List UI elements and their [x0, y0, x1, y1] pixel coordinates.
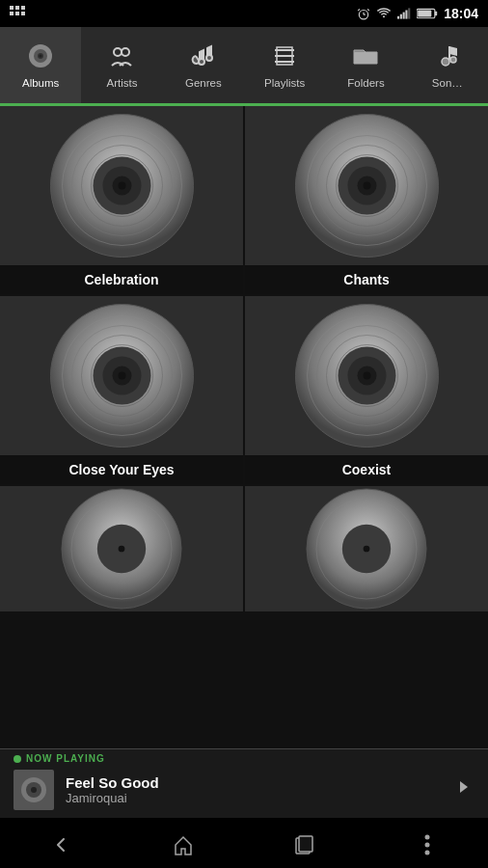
svg-point-75 — [364, 546, 370, 553]
folders-icon — [352, 42, 379, 73]
tab-genres[interactable]: Genres — [163, 27, 244, 103]
svg-rect-1 — [15, 6, 19, 10]
svg-point-71 — [119, 546, 125, 553]
svg-point-67 — [363, 372, 370, 380]
now-playing-info: Feel So Good Jamiroquai — [66, 774, 440, 805]
artists-icon — [108, 42, 135, 73]
svg-point-23 — [206, 55, 212, 61]
tab-artists-label: Artists — [85, 77, 158, 89]
album-cell-coexist[interactable]: Coexist — [245, 296, 488, 484]
svg-rect-80 — [299, 836, 312, 852]
svg-point-30 — [442, 58, 449, 66]
albums-grid: Celebration — [0, 106, 488, 611]
now-playing-next-button[interactable] — [451, 775, 474, 804]
album-cell-chants[interactable]: Chants — [245, 106, 488, 294]
svg-point-83 — [424, 851, 429, 855]
svg-rect-16 — [418, 10, 431, 16]
alarm-icon — [357, 7, 370, 20]
signal-icon — [397, 7, 411, 20]
recents-button[interactable] — [276, 826, 334, 864]
menu-button[interactable] — [398, 826, 456, 864]
disc-chants — [245, 106, 488, 265]
wifi-icon — [376, 7, 392, 20]
now-playing-title: Feel So Good — [66, 774, 440, 791]
battery-icon — [417, 8, 438, 19]
svg-rect-2 — [21, 6, 25, 10]
genres-icon — [190, 42, 217, 73]
album-cell-partial-1[interactable] — [0, 486, 243, 611]
songs-icon — [434, 42, 461, 73]
playlists-icon — [271, 42, 298, 73]
bottom-nav — [0, 818, 488, 868]
svg-point-24 — [199, 59, 204, 65]
back-button[interactable] — [32, 826, 90, 864]
disc-coexist — [245, 296, 488, 455]
svg-rect-11 — [403, 13, 405, 19]
svg-rect-4 — [15, 12, 19, 15]
svg-rect-12 — [406, 11, 408, 19]
tab-folders-label: Folders — [329, 77, 402, 89]
svg-rect-15 — [435, 12, 437, 16]
svg-rect-29 — [354, 52, 377, 64]
tab-albums[interactable]: Albums — [0, 27, 81, 103]
now-playing-bar: NOW PLAYING Feel So Good Jamiroquai — [0, 748, 488, 818]
svg-rect-13 — [408, 8, 410, 18]
svg-point-22 — [122, 48, 129, 56]
svg-rect-9 — [397, 16, 399, 19]
time-display: 18:04 — [444, 6, 478, 21]
status-bar-right: 18:04 — [357, 6, 478, 21]
home-button[interactable] — [154, 826, 212, 864]
now-playing-artist: Jamiroquai — [66, 791, 440, 805]
svg-rect-0 — [10, 6, 14, 10]
svg-point-20 — [40, 54, 42, 57]
now-playing-text: NOW PLAYING — [26, 753, 105, 764]
svg-rect-10 — [400, 14, 402, 19]
tab-songs-label: Son… — [411, 77, 484, 89]
album-cell-close-your-eyes[interactable]: Close Your Eyes — [0, 296, 243, 484]
album-cell-partial-2[interactable] — [245, 486, 488, 611]
svg-rect-3 — [10, 12, 14, 15]
svg-point-31 — [450, 57, 456, 63]
disc-celebration — [0, 106, 243, 265]
tab-songs[interactable]: Son… — [407, 27, 488, 103]
tab-albums-label: Albums — [4, 77, 77, 89]
svg-point-40 — [118, 182, 125, 190]
tab-playlists[interactable]: Playlists — [244, 27, 325, 103]
now-playing-thumb — [14, 770, 54, 810]
albums-grid-scroll: Celebration — [0, 106, 488, 748]
disc-partial-2 — [245, 486, 488, 611]
status-bar-left — [10, 6, 25, 21]
svg-point-49 — [363, 182, 370, 190]
now-playing-label: NOW PLAYING — [0, 749, 488, 764]
album-name-celebration: Celebration — [0, 265, 243, 294]
album-name-coexist: Coexist — [245, 455, 488, 484]
svg-point-21 — [114, 48, 122, 56]
svg-point-58 — [118, 372, 125, 380]
tab-folders[interactable]: Folders — [325, 27, 406, 103]
album-cell-celebration[interactable]: Celebration — [0, 106, 243, 294]
tab-artists[interactable]: Artists — [81, 27, 162, 103]
svg-point-78 — [31, 787, 37, 793]
notification-icon — [10, 6, 25, 21]
svg-point-81 — [424, 835, 429, 840]
disc-close-your-eyes — [0, 296, 243, 455]
tab-playlists-label: Playlists — [248, 77, 321, 89]
svg-point-82 — [424, 843, 429, 848]
tab-genres-label: Genres — [167, 77, 240, 89]
disc-partial-1 — [0, 486, 243, 611]
album-name-chants: Chants — [245, 265, 488, 294]
album-name-close-your-eyes: Close Your Eyes — [0, 455, 243, 484]
now-playing-content[interactable]: Feel So Good Jamiroquai — [0, 764, 488, 818]
svg-rect-5 — [21, 12, 25, 15]
status-bar: 18:04 — [0, 0, 488, 27]
albums-icon — [27, 42, 54, 73]
nav-tabs: Albums Artists Genres — [0, 27, 488, 106]
now-playing-dot — [14, 755, 21, 763]
